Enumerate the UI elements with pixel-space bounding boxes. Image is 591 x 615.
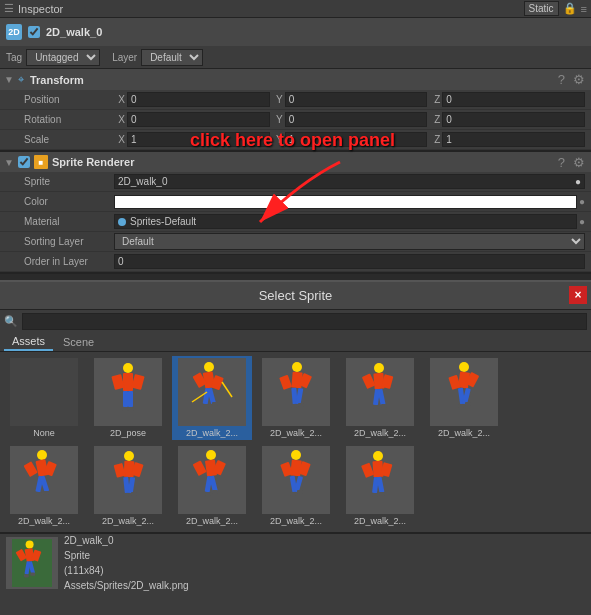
scale-y-input[interactable]	[285, 132, 428, 147]
color-pick-icon[interactable]: ●	[579, 196, 585, 207]
scale-x-group: X	[114, 132, 270, 147]
material-value[interactable]: Sprites-Default	[114, 214, 577, 229]
scale-x-input[interactable]	[127, 132, 270, 147]
sprite-item-walk3[interactable]: 2D_walk_2...	[256, 356, 336, 440]
sprite-thumbnail-walk9	[262, 446, 330, 514]
scale-label: Scale	[24, 134, 114, 145]
sprite-renderer-icon: ■	[34, 155, 48, 169]
svg-rect-41	[458, 404, 464, 408]
svg-rect-6	[128, 391, 133, 407]
sprite-field-value[interactable]: 2D_walk_0 ●	[114, 174, 585, 189]
sprite-svg-walk10	[355, 450, 405, 510]
object-name: 2D_walk_0	[46, 26, 102, 38]
sprite-name-walk7: 2D_walk_2...	[102, 516, 154, 526]
sprite-svg-walk5	[439, 362, 489, 422]
lock-icon[interactable]: 🔒	[563, 2, 577, 15]
sprite-item-walk9[interactable]: 2D_walk_2...	[256, 444, 336, 528]
pos-z-input[interactable]	[442, 92, 585, 107]
object-icon: 2D	[6, 24, 22, 40]
color-label: Color	[24, 196, 114, 207]
object-active-checkbox[interactable]	[28, 26, 40, 38]
svg-point-84	[26, 541, 34, 549]
sprite-item-walk10[interactable]: 2D_walk_2...	[340, 444, 420, 528]
sprite-pick-icon[interactable]: ●	[575, 176, 581, 187]
svg-rect-50	[43, 491, 49, 495]
scale-y-label: Y	[272, 134, 283, 145]
search-input[interactable]	[22, 313, 587, 330]
sorting-layer-label: Sorting Layer	[24, 236, 114, 247]
scale-z-input[interactable]	[442, 132, 585, 147]
static-toggle[interactable]: Static	[524, 1, 559, 16]
svg-rect-21	[279, 375, 292, 390]
sprite-field-row: Sprite 2D_walk_0 ●	[0, 172, 591, 192]
tab-assets[interactable]: Assets	[4, 333, 53, 351]
sorting-layer-dropdown[interactable]: Default	[114, 233, 585, 250]
sprite-field-label: Sprite	[24, 176, 114, 187]
color-swatch[interactable]	[114, 195, 577, 209]
bottom-sprite-dimensions: (111x84)	[64, 563, 189, 578]
sprite-item-walk6[interactable]: 2D_walk_2...	[4, 444, 84, 528]
svg-rect-61	[193, 460, 207, 476]
sprite-renderer-expand[interactable]: ▼	[4, 157, 14, 168]
sprite-svg-walk8	[187, 450, 237, 510]
sprite-renderer-help-btn[interactable]: ?	[556, 155, 567, 170]
svg-rect-5	[123, 391, 128, 407]
rotation-row: Rotation X Y Z	[0, 110, 591, 130]
layer-dropdown[interactable]: Default	[141, 49, 203, 66]
position-label: Position	[24, 94, 114, 105]
pos-y-input[interactable]	[285, 92, 428, 107]
sprite-item-pose[interactable]: 2D_pose	[88, 356, 168, 440]
sprite-svg-walk6	[19, 450, 69, 510]
sprite-item-none[interactable]: None	[4, 356, 84, 440]
pos-x-input[interactable]	[127, 92, 270, 107]
sprite-name-walk8: 2D_walk_2...	[186, 516, 238, 526]
transform-gear-btn[interactable]: ⚙	[571, 72, 587, 87]
svg-rect-49	[36, 492, 42, 496]
sprite-item-walk5[interactable]: 2D_walk_2...	[424, 356, 504, 440]
material-pick-icon[interactable]: ●	[579, 216, 585, 227]
rot-y-input[interactable]	[285, 112, 428, 127]
tag-layer-row: Tag Untagged Layer Default	[0, 46, 591, 68]
svg-rect-90	[24, 574, 29, 577]
svg-rect-7	[122, 407, 128, 411]
sprite-item-walk8[interactable]: 2D_walk_2...	[172, 444, 252, 528]
svg-rect-53	[114, 463, 126, 478]
svg-rect-42	[465, 402, 471, 406]
sprite-grid: None 2D_pose	[0, 352, 591, 532]
scale-z-label: Z	[429, 134, 440, 145]
svg-line-18	[222, 382, 232, 397]
material-field-row: Material Sprites-Default ●	[0, 212, 591, 232]
sprite-renderer-gear-btn[interactable]: ⚙	[571, 155, 587, 170]
rot-z-input[interactable]	[442, 112, 585, 127]
tag-dropdown[interactable]: Untagged	[26, 49, 100, 66]
tab-scene[interactable]: Scene	[55, 333, 102, 351]
pos-y-group: Y	[272, 92, 428, 107]
sprite-renderer-header: ▼ ■ Sprite Renderer ? ⚙	[0, 150, 591, 172]
menu-icon[interactable]: ≡	[581, 3, 587, 15]
sprite-svg-walk7	[103, 450, 153, 510]
rot-x-input[interactable]	[127, 112, 270, 127]
sprite-name-pose: 2D_pose	[110, 428, 146, 438]
transform-help-btn[interactable]: ?	[556, 72, 567, 87]
svg-rect-66	[212, 490, 218, 494]
sprite-item-walk7[interactable]: 2D_walk_2...	[88, 444, 168, 528]
svg-point-67	[291, 450, 301, 460]
order-in-layer-row: Order in Layer	[0, 252, 591, 272]
svg-rect-77	[361, 463, 374, 478]
select-sprite-panel: Select Sprite × 🔍 Assets Scene None	[0, 280, 591, 592]
sprite-item-walk4[interactable]: 2D_walk_2...	[340, 356, 420, 440]
transform-expand[interactable]: ▼	[4, 74, 14, 85]
bottom-thumbnail	[6, 537, 58, 589]
svg-rect-73	[290, 492, 296, 496]
material-label: Material	[24, 216, 114, 227]
pos-z-label: Z	[429, 94, 440, 105]
inspector-title: Inspector	[18, 3, 63, 15]
close-button[interactable]: ×	[569, 286, 587, 304]
pos-y-label: Y	[272, 94, 283, 105]
svg-rect-16	[212, 402, 218, 406]
sprite-name-walk10: 2D_walk_2...	[354, 516, 406, 526]
svg-rect-81	[372, 493, 378, 497]
order-in-layer-input[interactable]	[114, 254, 585, 269]
sprite-item-walk0[interactable]: 2D_walk_2...	[172, 356, 252, 440]
sprite-renderer-checkbox[interactable]	[18, 156, 30, 168]
